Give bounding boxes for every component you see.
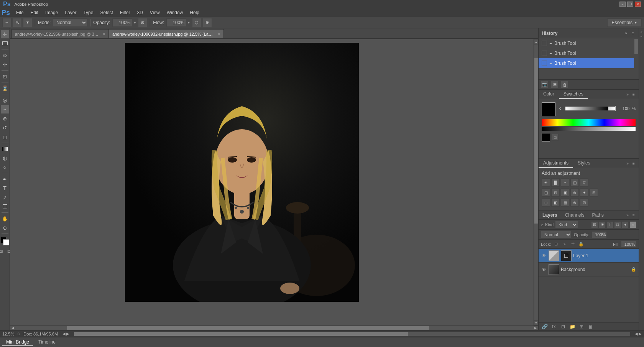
snapshot-check-2[interactable] — [542, 51, 547, 56]
hue-sat-btn[interactable]: ◫ — [542, 188, 550, 197]
blend-mode-select[interactable]: Normal Multiply Screen — [53, 18, 87, 27]
create-group-btn[interactable]: 📁 — [568, 323, 576, 331]
doc-tab-2[interactable]: andrew-worley-1096932-unsplash.jpg @ 12.… — [109, 29, 224, 38]
channels-tab[interactable]: Channels — [561, 211, 588, 219]
new-snapshot-btn[interactable]: 📷 — [541, 81, 549, 89]
close-btn[interactable]: ✕ — [635, 2, 641, 7]
minimize-btn[interactable]: − — [619, 2, 626, 7]
fill-input[interactable] — [621, 241, 636, 248]
color-spectrum[interactable] — [542, 119, 636, 126]
fg-bg-color-widget[interactable] — [1, 237, 9, 245]
invert-btn[interactable]: ◻ — [542, 198, 550, 207]
vscroll-track[interactable] — [534, 44, 538, 320]
menu-image[interactable]: Image — [42, 9, 61, 16]
restore-btn[interactable]: ❐ — [627, 2, 633, 7]
quick-mask-btn[interactable]: ⊡ — [0, 248, 5, 255]
opacity-dropdown-btn[interactable]: ▼ — [133, 21, 136, 25]
layers-opacity-input[interactable] — [591, 231, 607, 238]
history-scrollbar-thumb[interactable] — [634, 39, 638, 54]
background-visibility-btn[interactable]: 👁 — [541, 266, 547, 273]
brush-preset-picker-btn[interactable]: ⌁ — [2, 18, 12, 27]
adj-expand-btn[interactable]: » — [625, 161, 630, 166]
snapshot-check-1[interactable] — [542, 41, 547, 46]
color-panel-icon-1[interactable]: ⊡ — [552, 134, 559, 141]
timeline-tab[interactable]: Timeline — [34, 339, 59, 346]
hand-tool-btn[interactable]: ✋ — [1, 214, 9, 223]
snapshot-check-3[interactable] — [542, 61, 547, 66]
styles-tab[interactable]: Styles — [573, 159, 595, 168]
history-item-2[interactable]: ⌁ Brush Tool — [539, 48, 634, 58]
menu-select[interactable]: Select — [97, 9, 116, 16]
active-color-swatch[interactable] — [542, 102, 555, 116]
spot-heal-btn[interactable]: ◎ — [1, 96, 9, 104]
color-lookup-btn[interactable]: ⊞ — [590, 188, 598, 197]
history-expand-btn[interactable]: » — [623, 31, 629, 36]
color-balance-btn[interactable]: ⊡ — [551, 188, 560, 197]
filter-adj-btn[interactable]: ☀ — [599, 221, 606, 228]
brightness-contrast-btn[interactable]: ☀ — [542, 178, 550, 187]
blur-btn[interactable]: ◍ — [1, 154, 9, 162]
flow-input[interactable] — [166, 18, 186, 27]
vibrance-btn[interactable]: ▽ — [580, 178, 588, 187]
background-layer-row[interactable]: 👁 Background 🔒 — [539, 263, 639, 276]
lock-transparent-btn[interactable]: ⊡ — [552, 241, 559, 248]
zoom-tool-btn[interactable]: ⊙ — [1, 224, 9, 232]
history-menu-btn[interactable]: ≡ — [630, 31, 636, 36]
clone-stamp-btn[interactable]: ⊕ — [1, 114, 9, 123]
symmetry-btn[interactable]: ⊕ — [203, 18, 212, 27]
brush-size-btn[interactable]: 76 — [13, 18, 22, 27]
toggle-brushes-btn[interactable]: ▼ — [23, 18, 32, 27]
color-panel-menu-btn[interactable]: ≡ — [631, 92, 636, 97]
adj-menu-btn[interactable]: ≡ — [631, 161, 636, 166]
lasso-tool-btn[interactable]: ∞ — [1, 51, 9, 59]
layers-tab[interactable]: Layers — [539, 211, 561, 219]
menu-filter[interactable]: Filter — [117, 9, 133, 16]
threshold-btn[interactable]: ▤ — [561, 198, 569, 207]
marquee-tool-btn[interactable] — [1, 39, 9, 48]
lock-position-btn[interactable]: ✛ — [569, 241, 576, 248]
layers-menu-btn[interactable]: ≡ — [631, 212, 636, 218]
swatches-tab[interactable]: Swatches — [559, 90, 588, 99]
menu-view[interactable]: View — [147, 9, 163, 16]
status-nav-next[interactable]: ▶ — [639, 332, 642, 336]
hscroll-track[interactable] — [15, 326, 533, 330]
menu-3d[interactable]: 3D — [134, 9, 146, 16]
vscroll-down-btn[interactable]: ▼ — [534, 320, 539, 326]
menu-layer[interactable]: Layer — [62, 9, 79, 16]
create-doc-from-state-btn[interactable]: ⊞ — [551, 81, 559, 89]
canvas-wrapper[interactable] — [10, 39, 534, 326]
menu-file[interactable]: File — [13, 9, 26, 16]
adjustments-tab[interactable]: Adjustments — [539, 159, 573, 168]
canvas-vscrollbar[interactable]: ▲ ▼ — [534, 39, 538, 326]
filter-pixel-btn[interactable]: ⊡ — [591, 221, 598, 228]
scroll-left-nav[interactable]: ◀ — [62, 332, 66, 336]
levels-btn[interactable]: ▐▌ — [551, 178, 560, 187]
color-gray-spectrum[interactable] — [542, 127, 636, 131]
filter-toggle-btn[interactable]: ○ — [629, 221, 636, 228]
text-tool-btn[interactable]: T — [1, 184, 9, 192]
doc-tab-1-close[interactable]: ✕ — [102, 32, 105, 36]
menu-window[interactable]: Window — [164, 9, 186, 16]
doc-tab-2-close[interactable]: ✕ — [217, 32, 220, 36]
path-select-btn[interactable]: ↗ — [1, 193, 9, 202]
selective-color-btn[interactable]: ⊡ — [580, 198, 588, 207]
create-layer-btn[interactable]: ⊞ — [578, 323, 585, 331]
color-fg-display[interactable] — [542, 133, 550, 141]
delete-state-btn[interactable]: 🗑 — [561, 81, 568, 89]
mini-bridge-tab[interactable]: Mini Bridge — [2, 339, 33, 346]
essentials-btn[interactable]: Essentials ▼ — [607, 18, 642, 27]
lock-all-btn[interactable]: 🔒 — [578, 241, 585, 248]
vscroll-thumb[interactable] — [534, 58, 538, 224]
link-layers-btn[interactable]: 🔗 — [541, 323, 549, 331]
channel-mixer-btn[interactable]: ✦ — [580, 188, 588, 197]
layers-expand-btn[interactable]: » — [625, 212, 630, 218]
flow-dropdown-btn[interactable]: ▼ — [187, 21, 191, 25]
add-mask-btn[interactable]: ⊡ — [559, 323, 567, 331]
hscroll-right-btn[interactable]: ▶ — [533, 326, 538, 331]
crop-tool-btn[interactable]: ⊡ — [1, 72, 9, 81]
color-tab[interactable]: Color — [539, 90, 559, 99]
menu-help[interactable]: Help — [187, 9, 202, 16]
background-color[interactable] — [3, 239, 9, 245]
hscroll-left-btn[interactable]: ◀ — [10, 326, 15, 331]
curves-btn[interactable]: ~ — [561, 178, 569, 187]
